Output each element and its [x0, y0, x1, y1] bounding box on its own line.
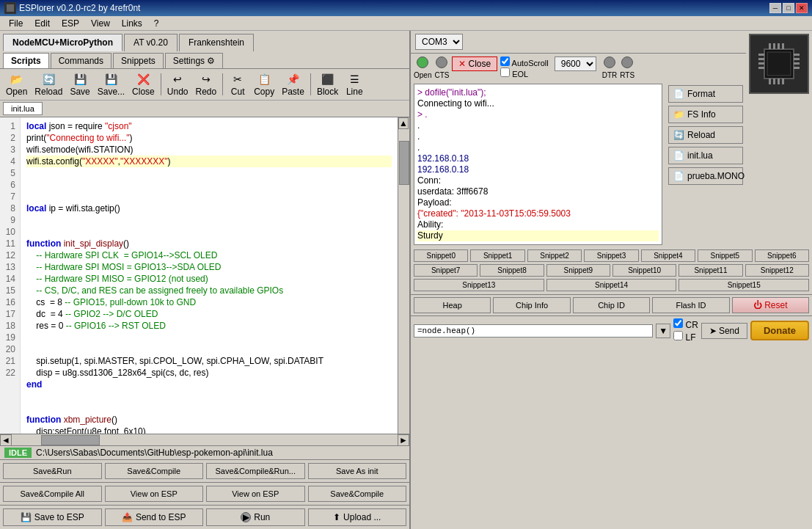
run-button[interactable]: ▶ Run: [206, 508, 305, 526]
cut-button[interactable]: ✂ Cut: [226, 70, 249, 98]
snippet-11-button[interactable]: Snippet11: [679, 264, 742, 277]
open-led: [417, 56, 428, 68]
save-as-button[interactable]: 💾 Save...: [95, 70, 128, 98]
terminal[interactable]: > dofile("init.lua"); Connecting to wifi…: [414, 84, 662, 245]
tab-at[interactable]: AT v0.20: [124, 34, 178, 51]
save-compile-all-button[interactable]: Save&Compile All: [3, 486, 102, 502]
chip-id-button[interactable]: Chip ID: [573, 297, 650, 313]
horizontal-scrollbar[interactable]: ◄ ►: [0, 434, 409, 445]
scroll-left-arrow[interactable]: ◄: [0, 434, 12, 445]
snippet-12-button[interactable]: Snippet12: [745, 264, 809, 277]
reload-esp-button[interactable]: 🔄 Reload: [668, 126, 743, 144]
chip-info-button[interactable]: Chip Info: [493, 297, 570, 313]
scroll-thumb[interactable]: [399, 141, 409, 185]
scroll-track-h[interactable]: [12, 434, 398, 445]
menu-links[interactable]: Links: [116, 17, 148, 30]
snippet-4-button[interactable]: Snippet4: [641, 249, 695, 262]
snippet-0-button[interactable]: Snippet0: [414, 249, 468, 262]
cmd-input[interactable]: [414, 324, 653, 338]
subtab-settings[interactable]: Settings ⚙: [165, 53, 224, 68]
save-run-button[interactable]: Save&Run: [3, 463, 102, 479]
close-conn-button[interactable]: ✕ Close: [452, 56, 497, 71]
close-button[interactable]: ✕: [796, 3, 808, 13]
cr-checkbox[interactable]: [673, 318, 683, 328]
close-file-button[interactable]: ❌ Close: [129, 70, 158, 98]
baud-rate-select[interactable]: 9600: [555, 56, 596, 71]
undo-icon: ↩: [170, 72, 185, 87]
autoscroll-checkbox[interactable]: [500, 56, 510, 66]
snippet-5-button[interactable]: Snippet5: [698, 249, 752, 262]
com-port-select[interactable]: COM3: [415, 34, 463, 50]
snippet-8-button[interactable]: Snippet8: [480, 264, 544, 277]
save-compile-button-2[interactable]: Save&Compile: [308, 486, 407, 502]
dtr-conn-group: DTR: [602, 56, 618, 79]
code-editor[interactable]: 12345678910111213141516171819202122 loca…: [0, 117, 409, 445]
snippet-1-button[interactable]: Snippet1: [470, 249, 524, 262]
tab-nodemcu[interactable]: NodeMCU+MicroPython: [3, 34, 122, 51]
toolbar-separator: [161, 73, 161, 95]
send-button[interactable]: ➤ Send: [701, 323, 747, 339]
heap-button[interactable]: Heap: [414, 297, 491, 313]
save-button[interactable]: 💾 Save: [67, 70, 92, 98]
menu-view[interactable]: View: [85, 17, 116, 30]
prueba-mono-button[interactable]: 📄 prueba.MONO: [668, 167, 743, 185]
donate-button[interactable]: Donate: [750, 321, 809, 340]
maximize-button[interactable]: □: [783, 3, 794, 13]
code-area[interactable]: 12345678910111213141516171819202122 loca…: [0, 117, 409, 434]
copy-button[interactable]: 📋 Copy: [251, 70, 277, 98]
eol-label[interactable]: EOL: [500, 68, 549, 79]
minimize-button[interactable]: ─: [769, 3, 781, 13]
term-line-14: Sturdy: [417, 230, 659, 241]
tab-frankenstein[interactable]: Frankenshtein: [179, 34, 254, 51]
undo-button[interactable]: ↩ Undo: [164, 70, 191, 98]
lf-checkbox[interactable]: [673, 331, 683, 340]
snippet-13-button[interactable]: Snippet13: [414, 279, 544, 291]
snippet-10-button[interactable]: Snippet10: [612, 264, 676, 277]
cmd-dropdown-button[interactable]: ▼: [656, 324, 670, 338]
view-on-esp-button-2[interactable]: View on ESP: [206, 486, 305, 502]
line-button[interactable]: ☰ Line: [343, 70, 366, 98]
save-to-esp-button[interactable]: 💾 Save to ESP: [3, 508, 102, 526]
menu-file[interactable]: File: [3, 17, 29, 30]
scroll-thumb-h[interactable]: [41, 435, 100, 445]
snippet-7-button[interactable]: Snippet7: [414, 264, 478, 277]
view-on-esp-button-1[interactable]: View on ESP: [105, 486, 204, 502]
paste-button[interactable]: 📌 Paste: [279, 70, 307, 98]
snippet-3-button[interactable]: Snippet3: [584, 249, 638, 262]
init-lua-button[interactable]: 📄 init.lua: [668, 147, 743, 164]
block-button[interactable]: ⬛ Block: [314, 70, 341, 98]
format-button[interactable]: 📄 Format: [668, 85, 743, 103]
subtab-commands[interactable]: Commands: [51, 53, 111, 68]
scroll-right-arrow[interactable]: ►: [398, 434, 409, 445]
snippet-14-button[interactable]: Snippet14: [546, 279, 677, 291]
subtab-scripts[interactable]: Scripts: [3, 53, 49, 68]
cr-label[interactable]: CR: [673, 318, 698, 330]
vertical-scrollbar[interactable]: ▲: [398, 117, 409, 434]
snippet-2-button[interactable]: Snippet2: [527, 249, 582, 262]
window-controls[interactable]: ─ □ ✕: [769, 3, 808, 13]
reset-button[interactable]: ⏻ Reset: [732, 297, 809, 313]
lf-label[interactable]: LF: [673, 331, 698, 343]
subtab-snippets[interactable]: Snippets: [113, 53, 164, 68]
open-button[interactable]: 📂 Open: [3, 70, 30, 98]
save-compile-button[interactable]: Save&Compile: [105, 463, 204, 479]
file-tab-init[interactable]: init.lua: [3, 102, 43, 115]
menu-help[interactable]: ?: [148, 17, 165, 30]
flash-id-button[interactable]: Flash ID: [652, 297, 729, 313]
redo-button[interactable]: ↪ Redo: [192, 70, 219, 98]
eol-checkbox[interactable]: [500, 68, 510, 77]
scroll-up-arrow[interactable]: ▲: [398, 117, 409, 129]
menu-esp[interactable]: ESP: [56, 17, 85, 30]
menu-edit[interactable]: Edit: [29, 17, 56, 30]
snippet-6-button[interactable]: Snippet6: [755, 249, 809, 262]
save-as-init-button[interactable]: Save As init: [308, 463, 407, 479]
save-compile-run-button[interactable]: Save&Compile&Run...: [206, 463, 305, 479]
autoscroll-label[interactable]: AutoScroll: [500, 56, 549, 68]
send-to-esp-button[interactable]: 📤 Send to ESP: [105, 508, 204, 526]
code-content[interactable]: local json = require "cjson" print("Conn…: [21, 117, 398, 434]
upload-button[interactable]: ⬆ Upload ...: [308, 508, 407, 526]
snippet-9-button[interactable]: Snippet9: [546, 264, 610, 277]
fs-info-button[interactable]: 📁 FS Info: [668, 106, 743, 123]
reload-button[interactable]: 🔄 Reload: [32, 70, 65, 98]
snippet-15-button[interactable]: Snippet15: [679, 279, 809, 291]
